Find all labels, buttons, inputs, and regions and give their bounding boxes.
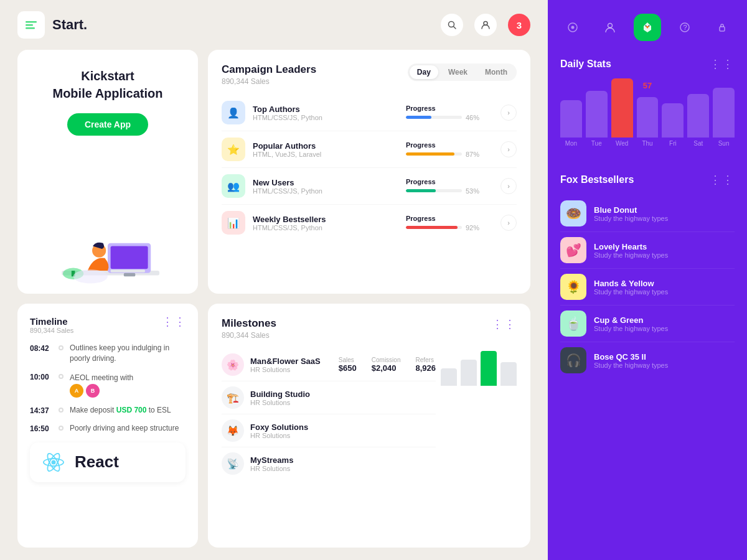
create-app-button[interactable]: Create App [67, 113, 148, 136]
header-right: 3 [441, 14, 530, 36]
campaign-card-header: Campaign Leaders 890,344 Sales Day Week … [222, 63, 517, 86]
bestseller-item[interactable]: 💕 Lovely Hearts Study the highway types [560, 232, 735, 269]
milestone-row: 🏗️ Building Studio HR Solutions [222, 381, 436, 414]
row-progress: Progress 87% [406, 141, 493, 158]
bestseller-item[interactable]: 🍩 Blue Donut Study the highway types [560, 195, 735, 232]
campaign-row: ⭐ Popular Authors HTML, VueJS, Laravel P… [222, 131, 517, 168]
ms-icon-3: 🦊 [222, 419, 244, 442]
milestone-row: 📡 MyStreams HR Solutions [222, 447, 436, 480]
chart-day-label: Mon [565, 140, 577, 147]
chart-bar [687, 94, 709, 138]
svg-point-23 [649, 26, 650, 27]
timeline-item: 16:50 Poorly driving and keep structure [30, 423, 186, 434]
milestones-title: Milestones [222, 317, 276, 330]
chart-bar [560, 100, 582, 138]
search-icon-btn[interactable] [441, 14, 463, 36]
chart-day-label: Sat [693, 140, 703, 147]
campaign-row: 👥 New Users HTML/CSS/JS, Python Progress… [222, 168, 517, 205]
ms-icon-4: 📡 [222, 452, 244, 475]
row-chevron[interactable]: › [500, 178, 517, 194]
svg-text:?: ? [684, 24, 687, 31]
main-area: Start. 3 Kickstart Mobile Application Cr… [0, 0, 548, 560]
nav-icon-pin[interactable] [559, 14, 586, 41]
tab-month[interactable]: Month [477, 65, 515, 79]
kickstart-title: Kickstart Mobile Application [52, 67, 162, 102]
timeline-items: 08:42 Outlines keep you indulging in poo… [30, 343, 186, 434]
nav-icon-fox[interactable] [634, 14, 661, 41]
header-left: Start. [17, 11, 87, 39]
notification-badge[interactable]: 3 [508, 14, 530, 36]
row-icon: ⭐ [222, 138, 245, 161]
bestseller-thumb: 💕 [560, 237, 586, 263]
svg-point-20 [571, 26, 575, 29]
timeline-item: 10:00 AEOL meeting with A B [30, 371, 186, 398]
bestseller-info: Cup & Green Study the highway types [594, 315, 735, 332]
row-chevron[interactable]: › [500, 215, 517, 231]
ms-bar [441, 368, 457, 386]
chart-day-label: Wed [616, 140, 628, 147]
milestones-dots-btn[interactable]: ⋮⋮ [492, 317, 517, 331]
tab-week[interactable]: Week [441, 65, 475, 79]
row-chevron[interactable]: › [500, 105, 517, 121]
react-logo-icon [40, 449, 67, 476]
campaign-title: Campaign Leaders [222, 63, 316, 76]
bestseller-thumb: 🎧 [560, 347, 586, 373]
chart-bar [662, 103, 684, 138]
timeline-item: 08:42 Outlines keep you indulging in poo… [30, 343, 186, 364]
svg-line-4 [454, 27, 456, 29]
milestone-row: 🦊 Foxy Solutions HR Solutions [222, 414, 436, 447]
fox-bestsellers-header: Fox Bestsellers ⋮⋮ [560, 173, 735, 187]
ms-chart [436, 348, 517, 386]
row-progress: Progress 53% [406, 178, 493, 195]
timeline-dots-btn[interactable]: ⋮⋮ [162, 315, 187, 329]
chart-bar-wrap: Wed [611, 78, 633, 147]
bestseller-thumb: 🍵 [560, 310, 586, 337]
milestones-content: 🌸 Man&Flower SaaS HR Solutions Sales $65… [222, 348, 517, 480]
user-icon-btn[interactable] [474, 14, 497, 36]
logo-text: Start. [52, 17, 87, 33]
bestseller-item[interactable]: 🎧 Bose QC 35 II Study the highway types [560, 342, 735, 378]
milestones-subtitle: 890,344 Sales [222, 331, 276, 340]
bestseller-info: Lovely Hearts Study the highway types [594, 242, 735, 259]
nav-icon-lock[interactable] [708, 14, 736, 41]
campaign-row: 📊 Weekly Bestsellers HTML/CSS/JS, Python… [222, 205, 517, 241]
bestseller-thumb: 🍩 [560, 200, 586, 226]
timeline-card: Timeline 890,344 Sales ⋮⋮ 08:42 Outlines… [17, 304, 198, 548]
tab-day[interactable]: Day [410, 65, 438, 79]
ms-bar [481, 351, 497, 386]
fox-bestsellers-dots[interactable]: ⋮⋮ [710, 173, 735, 187]
bestseller-item[interactable]: 🌻 Hands & Yellow Study the highway types [560, 269, 735, 306]
svg-rect-11 [111, 269, 145, 273]
logo-icon [17, 11, 45, 39]
milestones-card-header: Milestones 890,344 Sales ⋮⋮ [222, 317, 517, 340]
milestones-card: Milestones 890,344 Sales ⋮⋮ 🌸 Man&Flower… [208, 304, 530, 548]
bestsellers-list: 🍩 Blue Donut Study the highway types 💕 L… [560, 195, 735, 378]
peak-label: 57 [643, 81, 652, 90]
row-icon: 👥 [222, 174, 245, 198]
ms-icon-1: 🌸 [222, 353, 244, 376]
chart-day-label: Fri [669, 140, 677, 147]
row-info: Popular Authors HTML, VueJS, Laravel [253, 141, 406, 158]
kickstart-card: Kickstart Mobile Application Create App [17, 50, 198, 294]
bestseller-item[interactable]: 🍵 Cup & Green Study the highway types [560, 306, 735, 342]
chart-bar [611, 78, 633, 138]
row-chevron[interactable]: › [500, 141, 517, 157]
nav-icon-user[interactable] [596, 14, 624, 41]
chart-bar-wrap: Sun [713, 88, 735, 147]
daily-stats-dots[interactable]: ⋮⋮ [710, 57, 735, 71]
sidebar-content: Daily Stats ⋮⋮ 57 MonTueWedThuFriSatSun … [548, 47, 747, 560]
right-sidebar: ? Daily Stats ⋮⋮ 57 MonTueWedThuFriSatSu… [548, 0, 747, 560]
content-grid: Kickstart Mobile Application Create App [0, 50, 548, 560]
bestseller-info: Bose QC 35 II Study the highway types [594, 352, 735, 369]
row-info: Top Authors HTML/CSS/JS, Python [253, 105, 406, 121]
row-progress: Progress 92% [406, 215, 493, 231]
nav-icon-question[interactable]: ? [671, 14, 698, 41]
fox-bestsellers-section: Fox Bestsellers ⋮⋮ 🍩 Blue Donut Study th… [560, 173, 735, 378]
svg-rect-26 [720, 27, 725, 31]
react-label: React [75, 452, 119, 472]
daily-chart: MonTueWedThuFriSatSun [560, 91, 735, 159]
svg-rect-0 [26, 21, 37, 23]
svg-rect-2 [26, 27, 35, 29]
milestone-rows: 🌸 Man&Flower SaaS HR Solutions Sales $65… [222, 348, 436, 480]
timeline-item: 14:37 Make deposit USD 700 to ESL [30, 405, 186, 416]
